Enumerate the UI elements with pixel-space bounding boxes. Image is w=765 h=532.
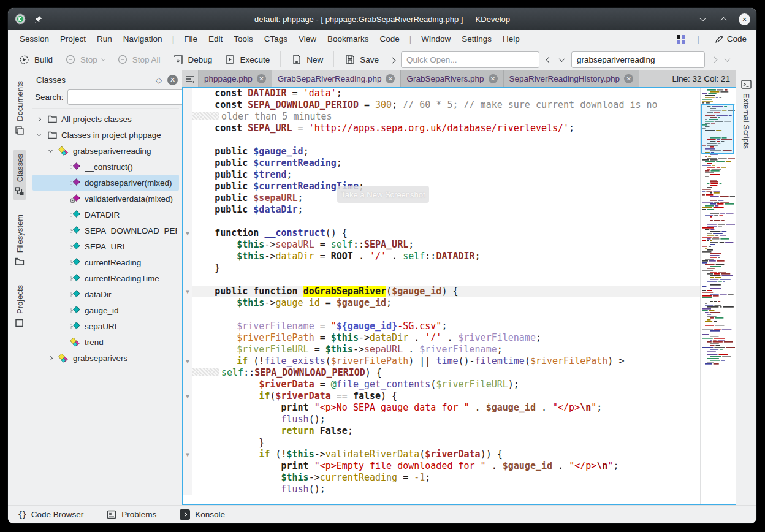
bottom-tab-code-browser[interactable]: {}Code Browser: [18, 510, 83, 519]
expander-icon[interactable]: [47, 150, 55, 153]
code-gutter: [183, 134, 192, 146]
minimap[interactable]: [700, 88, 736, 504]
menu-bookmarks[interactable]: Bookmarks: [322, 32, 375, 45]
tree-item-datadir[interactable]: dataDir: [32, 286, 179, 302]
toolbar-search-input[interactable]: [571, 51, 705, 68]
dock-tab-projects[interactable]: Projects: [13, 281, 26, 332]
menu-settings[interactable]: Settings: [456, 32, 497, 45]
dock-tab-classes[interactable]: Classes: [13, 150, 26, 200]
code-gutter: [183, 274, 192, 286]
tab-grabsepariverreading.php[interactable]: GrabSepaRiverReading.php✕: [272, 70, 402, 87]
document-list-icon[interactable]: [182, 70, 199, 87]
menu-run[interactable]: Run: [91, 32, 118, 45]
stop-dropdown-icon[interactable]: [101, 56, 105, 61]
dock-tab-filesystem[interactable]: Filesystem: [13, 210, 26, 271]
bottom-tab-problems[interactable]: Problems: [107, 510, 156, 519]
quick-open-input[interactable]: [401, 51, 539, 68]
detach-icon[interactable]: ◇: [156, 75, 162, 85]
classes-search-input[interactable]: [67, 89, 184, 105]
tree-item-gauge-id[interactable]: gauge_id: [32, 302, 179, 318]
expander-icon[interactable]: [35, 134, 43, 137]
tree-item-sepa-download-period[interactable]: SEPA_DOWNLOAD_PERIOD: [32, 222, 179, 238]
fold-marker-icon[interactable]: ▼: [183, 355, 192, 367]
search-nav[interactable]: [706, 58, 736, 62]
stop-all-button[interactable]: Stop All: [112, 51, 166, 68]
tab-phppage.php[interactable]: phppage.php✕: [199, 70, 272, 87]
tab-label: phppage.php: [204, 74, 253, 83]
toolbar-separator: [280, 51, 281, 67]
tab-close-icon[interactable]: ✕: [257, 74, 266, 83]
konsole-icon: [180, 509, 190, 520]
code-pane[interactable]: Take a New Screenshot const DATADIR = 'd…: [183, 88, 700, 504]
close-button[interactable]: ×: [739, 13, 750, 25]
menu-view[interactable]: View: [293, 32, 322, 45]
menu-edit[interactable]: Edit: [203, 32, 228, 45]
debug-button[interactable]: Debug: [167, 51, 218, 68]
execute-button[interactable]: Execute: [219, 51, 275, 68]
quick-open-nav[interactable]: [541, 58, 570, 62]
fold-marker-icon[interactable]: ▼: [183, 286, 192, 297]
tree-item-datadir[interactable]: DATADIR: [32, 207, 179, 222]
tree-item-grabseparivers[interactable]: grabseparivers: [32, 350, 179, 366]
panel-close-icon[interactable]: ✕: [167, 75, 178, 85]
tree-item-all-projects-classes[interactable]: All projects classes: [32, 111, 179, 127]
tree-item-validateriverdata-mixed-[interactable]: validateriverdata(mixed): [32, 191, 179, 207]
tree-item-dograbsepariver-mixed-[interactable]: dograbsepariver(mixed): [32, 175, 179, 191]
build-button[interactable]: Build: [13, 51, 58, 69]
expander-icon[interactable]: [47, 357, 55, 360]
code-gutter: [183, 414, 192, 425]
tree-item-label: grabsepariverreading: [73, 146, 151, 156]
code-gutter: [183, 88, 192, 99]
menu-window[interactable]: Window: [416, 32, 456, 45]
code-line: public $dataDir;: [183, 204, 700, 216]
menu-file[interactable]: File: [178, 32, 203, 45]
expander-icon[interactable]: [35, 118, 43, 121]
fold-marker-icon[interactable]: ▼: [183, 227, 192, 239]
menu-code[interactable]: Code: [375, 32, 405, 45]
new-button[interactable]: New: [286, 51, 329, 68]
minimize-button[interactable]: [697, 13, 708, 25]
tree-item-currentreadingtime[interactable]: currentReadingTime: [32, 270, 179, 286]
menu-navigation[interactable]: Navigation: [118, 32, 168, 45]
save-button[interactable]: Save: [339, 51, 384, 68]
code-browser-icon: {}: [18, 510, 26, 519]
code-gutter: [183, 181, 192, 192]
code-line-text: print "<p>Empty file downloaded for " . …: [192, 460, 700, 472]
tab-close-icon[interactable]: ✕: [624, 74, 633, 83]
pin-icon[interactable]: [34, 15, 43, 24]
stop-button[interactable]: Stop: [59, 51, 110, 68]
tree-item-currentreading[interactable]: currentReading: [32, 254, 179, 270]
dock-tab-documents[interactable]: Documents: [13, 77, 26, 140]
maximize-button[interactable]: [718, 13, 729, 25]
tree-item--construct-[interactable]: __construct(): [32, 159, 179, 175]
bottom-tab-konsole[interactable]: Konsole: [180, 509, 225, 520]
tree-item-grabsepariverreading[interactable]: grabsepariverreading: [32, 143, 179, 159]
code-line-text: self::SEPA_DOWNLOAD_PERIOD) {: [192, 367, 700, 379]
menu-session[interactable]: Session: [14, 32, 55, 45]
minimap-viewport[interactable]: [701, 104, 734, 154]
fold-marker-icon[interactable]: ▼: [183, 449, 192, 460]
tree-item-sepaurl[interactable]: sepaURL: [32, 318, 179, 334]
tab-grabseparivers.php[interactable]: GrabSepaRivers.php✕: [401, 70, 503, 87]
tab-close-icon[interactable]: ✕: [386, 74, 395, 83]
debug-icon: [173, 54, 184, 65]
menu-tools[interactable]: Tools: [228, 32, 259, 45]
tab-separiverreadinghistory.php[interactable]: SepaRiverReadingHistory.php✕: [504, 70, 640, 87]
dock-tab-label: Filesystem: [15, 215, 25, 253]
class2-icon: [70, 337, 81, 347]
menu-ctags[interactable]: CTags: [259, 32, 293, 45]
area-switcher-icon[interactable]: [677, 35, 685, 44]
dock-tab-external-scripts[interactable]: External Scripts: [740, 75, 753, 153]
kdevelop-logo-icon: [14, 13, 26, 25]
tree-item-sepa-url[interactable]: SEPA_URL: [32, 238, 179, 254]
menu-help[interactable]: Help: [497, 32, 525, 45]
menu-project[interactable]: Project: [55, 32, 91, 45]
working-set-code-button[interactable]: Code: [711, 33, 750, 45]
toolbar-overflow-icon[interactable]: [386, 55, 400, 64]
code-line: ▼ if($riverData == false) {: [183, 390, 700, 402]
code-line-text: const SEPA_DOWNLOAD_PERIOD = 300; // 60 …: [192, 99, 700, 111]
fold-marker-icon[interactable]: ▼: [183, 390, 192, 402]
tree-item-classes-in-project-phppage[interactable]: Classes in project phppage: [32, 127, 179, 143]
tree-item-trend[interactable]: trend: [32, 334, 179, 350]
tab-close-icon[interactable]: ✕: [489, 74, 498, 83]
